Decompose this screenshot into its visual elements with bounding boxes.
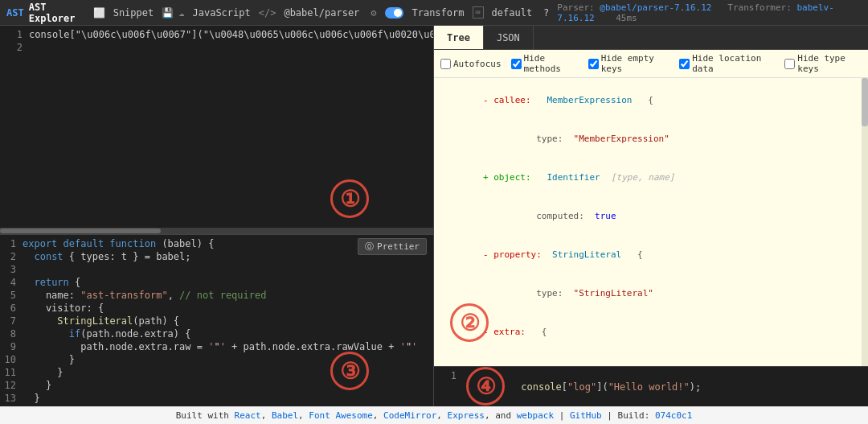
- status-bar: Built with React, Babel, Font Awesome, C…: [0, 406, 868, 424]
- time-label: 45ms: [616, 13, 637, 23]
- table-row: 9 path.node.extra.raw = '"' + path.node.…: [0, 341, 433, 354]
- hide-type-keys-checkbox-label[interactable]: Hide type keys: [784, 53, 862, 74]
- circle-3-indicator: ③: [330, 352, 369, 390]
- ast-line: computed: true: [440, 197, 862, 236]
- built-with-text: Built with: [176, 410, 229, 421]
- hide-type-keys-checkbox[interactable]: [784, 59, 795, 69]
- toolbar-transform-label[interactable]: Transform: [408, 6, 467, 20]
- right-bottom-output[interactable]: 1 console["log"]("Hello world!"); ④: [434, 366, 868, 406]
- top-editor-content: 1 console["\u006c\u006f\u0067"]("\u0048\…: [0, 26, 433, 58]
- line-number: 13: [0, 393, 16, 405]
- ast-line: - callee: MemberExpression {: [440, 81, 862, 120]
- babel-link[interactable]: Babel: [272, 410, 298, 421]
- ast-scrollbar[interactable]: [862, 78, 868, 366]
- top-editor-scrollbar-thumb[interactable]: [0, 228, 161, 233]
- main-container: 1 console["\u006c\u006f\u0067"]("\u0048\…: [0, 26, 868, 406]
- line-code: }: [23, 393, 40, 405]
- autofocus-checkbox[interactable]: [440, 59, 451, 69]
- table-row: 7 StringLiteral(path) {: [0, 315, 433, 328]
- webpack-link[interactable]: webpack: [517, 410, 554, 421]
- hide-location-data-checkbox[interactable]: [679, 59, 690, 69]
- right-panel: Tree JSON Autofocus Hide methods Hide em…: [434, 26, 868, 406]
- line-number: 12: [0, 380, 16, 393]
- codemirror-link[interactable]: CodeMirror: [383, 410, 436, 421]
- hide-empty-keys-checkbox[interactable]: [588, 59, 599, 69]
- top-editor-scrollbar[interactable]: [0, 228, 433, 234]
- ast-line: rawValue: "log": [440, 352, 862, 366]
- line-number: 6: [0, 303, 16, 315]
- build-hash-link[interactable]: 074c0c1: [655, 410, 692, 421]
- hide-location-data-checkbox-label[interactable]: Hide location data: [679, 53, 775, 74]
- table-row: 6 visitor: {: [0, 303, 433, 315]
- ast-tree-panel[interactable]: - callee: MemberExpression { type: "Memb…: [434, 78, 868, 366]
- hide-methods-checkbox-label[interactable]: Hide methods: [511, 53, 579, 74]
- express-link[interactable]: Express: [448, 410, 485, 421]
- line-code: name: "ast-transform", // not required: [23, 290, 266, 303]
- tab-json[interactable]: JSON: [484, 26, 534, 49]
- line-number: 2: [0, 251, 16, 264]
- table-row: 10 }: [0, 354, 433, 367]
- line-number: 2: [6, 42, 23, 55]
- line-number: 5: [0, 290, 16, 303]
- bottom-editor[interactable]: ⓪ Prettier 1 export default function (ba…: [0, 235, 433, 406]
- line-number: 1: [440, 370, 457, 404]
- github-link[interactable]: GitHub: [570, 410, 602, 421]
- toolbar-language-label[interactable]: JavaScript: [189, 6, 253, 20]
- table-row: 5 name: "ast-transform", // not required: [0, 290, 433, 303]
- line-code: const { types: t } = babel;: [23, 251, 191, 264]
- prettier-icon: ⓪: [365, 241, 374, 253]
- autofocus-label: Autofocus: [453, 59, 502, 69]
- ast-line: type: "MemberExpression": [440, 120, 862, 158]
- toolbar-parser-label[interactable]: @babel/parser: [280, 6, 362, 20]
- and-text: and: [495, 410, 511, 421]
- line-number: 8: [0, 328, 16, 341]
- line-number: 4: [0, 277, 16, 290]
- line-number: 7: [0, 315, 16, 328]
- line-number: 1: [0, 238, 16, 251]
- parser-info: Parser: @babel/parser-7.16.12 Transforme…: [557, 2, 862, 23]
- prettier-label: Prettier: [377, 241, 420, 252]
- tab-tree[interactable]: Tree: [434, 26, 484, 49]
- toolbar-default-label[interactable]: default: [489, 6, 536, 20]
- toolbar-gear-icon[interactable]: ⚙: [367, 6, 379, 20]
- build-label: Build:: [618, 410, 650, 421]
- parser-link[interactable]: @babel/parser-7.16.12: [600, 2, 711, 13]
- ast-icon: AST: [6, 7, 24, 19]
- bottom-editor-content: 1 export default function (babel) { 2 co…: [0, 235, 433, 406]
- hide-methods-label: Hide methods: [524, 53, 579, 74]
- line-code: visitor: {: [23, 303, 104, 315]
- line-code: }: [23, 367, 63, 380]
- table-row: 13 }: [0, 393, 433, 405]
- toolbar-snippet-icon: ⬜: [93, 7, 105, 19]
- line-code: console["\u006c\u006f\u0067"]("\u0048\u0…: [29, 29, 433, 42]
- toolbar-toggle[interactable]: [385, 7, 404, 19]
- ast-scrollbar-thumb[interactable]: [862, 78, 868, 126]
- transformer-version-label: Transformer:: [727, 2, 791, 13]
- line-code: return {: [23, 277, 80, 290]
- toolbar-save-icon: 💾: [162, 7, 174, 19]
- line-code: path.node.extra.raw = '"' + path.node.ex…: [23, 341, 417, 354]
- toolbar-help-label[interactable]: ?: [540, 6, 552, 20]
- toolbar: AST AST Explorer ⬜ Snippet 💾 ☁ JavaScrip…: [0, 0, 868, 26]
- line-code: }: [23, 405, 28, 406]
- ast-line: - extra: {: [440, 313, 862, 352]
- autofocus-checkbox-label[interactable]: Autofocus: [440, 59, 502, 69]
- table-row: 4 return {: [0, 277, 433, 290]
- line-number: 9: [0, 341, 16, 354]
- circle-2-indicator: ②: [450, 303, 489, 342]
- top-editor[interactable]: 1 console["\u006c\u006f\u0067"]("\u0048\…: [0, 26, 433, 235]
- font-awesome-link[interactable]: Font Awesome: [309, 410, 372, 421]
- ast-line: type: "StringLiteral": [440, 274, 862, 313]
- ast-line: - property: StringLiteral {: [440, 236, 862, 274]
- hide-methods-checkbox[interactable]: [511, 59, 522, 69]
- table-row: 14 }: [0, 405, 433, 406]
- react-link[interactable]: React: [235, 410, 261, 421]
- toolbar-snippet-label[interactable]: Snippet: [110, 6, 158, 20]
- line-code: if(path.node.extra) {: [23, 328, 191, 341]
- circle-1-indicator: ①: [330, 179, 369, 218]
- line-code: }: [23, 354, 75, 367]
- prettier-button[interactable]: ⓪ Prettier: [358, 238, 427, 255]
- hide-empty-keys-checkbox-label[interactable]: Hide empty keys: [588, 53, 670, 74]
- line-number: 10: [0, 354, 16, 367]
- table-row: 12 }: [0, 380, 433, 393]
